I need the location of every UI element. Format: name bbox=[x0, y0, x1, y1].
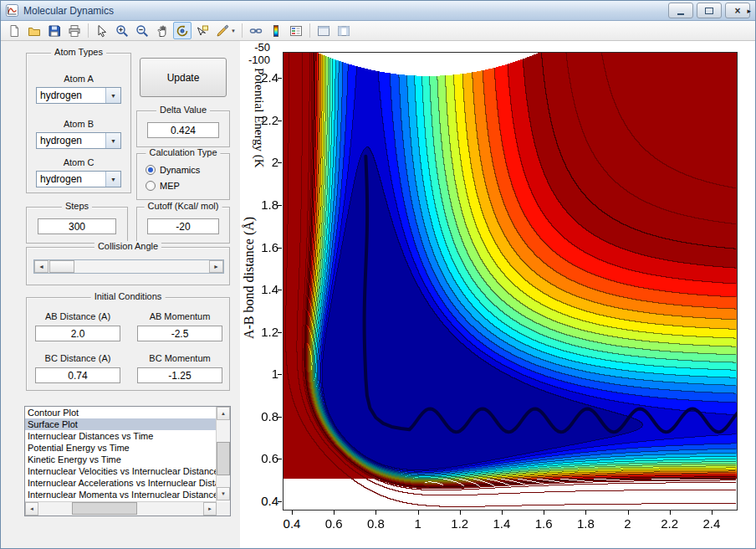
window-title: Molecular Dynamics bbox=[23, 5, 114, 17]
y-tick-mark bbox=[278, 332, 282, 333]
x-tick-label: 2 bbox=[610, 516, 646, 531]
steps-panel-title: Steps bbox=[62, 201, 92, 211]
titlebar[interactable]: Molecular Dynamics × bbox=[1, 1, 755, 21]
y-tick-label: 2.4 bbox=[248, 70, 278, 85]
delta-value-panel: Delta Value bbox=[136, 110, 230, 147]
collision-angle-slider[interactable]: ◄ ► bbox=[33, 259, 224, 274]
atom-c-dropdown[interactable]: hydrogen ▼ bbox=[36, 171, 121, 187]
list-item[interactable]: Internuclear Accelerations vs Internucle… bbox=[25, 477, 216, 489]
chevron-down-icon[interactable]: ▼ bbox=[105, 133, 120, 148]
show-plot-tools-button[interactable] bbox=[335, 22, 353, 39]
link-plots-icon bbox=[249, 24, 263, 38]
open-file-button[interactable] bbox=[25, 22, 43, 39]
y-tick-mark bbox=[278, 162, 282, 163]
maximize-button[interactable] bbox=[697, 3, 722, 18]
brush-icon bbox=[216, 24, 229, 38]
y-tick-mark bbox=[278, 248, 282, 249]
brush-button[interactable] bbox=[213, 22, 232, 39]
atom-b-dropdown[interactable]: hydrogen ▼ bbox=[36, 132, 121, 149]
scroll-up-icon[interactable]: ▲ bbox=[217, 407, 230, 420]
scroll-left-icon[interactable]: ◄ bbox=[25, 502, 38, 516]
list-item[interactable]: Potential Energy vs Time bbox=[25, 442, 216, 454]
z-tick-label: -50 bbox=[228, 41, 270, 54]
list-item[interactable]: Surface Plot bbox=[25, 418, 216, 430]
close-icon: × bbox=[734, 6, 740, 16]
atom-c-label: Atom C bbox=[27, 157, 130, 167]
link-plots-button[interactable] bbox=[247, 22, 265, 39]
cutoff-input[interactable] bbox=[147, 218, 219, 234]
scroll-down-icon[interactable]: ▼ bbox=[217, 487, 230, 500]
bc-distance-input[interactable] bbox=[35, 367, 120, 383]
x-tick-label: 1.2 bbox=[442, 516, 478, 531]
y-tick-label: 1.6 bbox=[248, 240, 278, 254]
radio-dynamics[interactable] bbox=[146, 165, 156, 175]
pan-button[interactable] bbox=[153, 22, 171, 39]
bc-momentum-input[interactable] bbox=[137, 367, 222, 383]
insert-legend-button[interactable] bbox=[287, 22, 305, 39]
hide-plot-tools-button[interactable] bbox=[314, 22, 333, 39]
list-horizontal-scrollbar[interactable]: ◄ ► bbox=[25, 501, 217, 516]
vertical-scroll-track[interactable] bbox=[217, 420, 230, 487]
ab-distance-input[interactable] bbox=[35, 326, 120, 341]
y-tick-label: 1 bbox=[248, 367, 278, 381]
list-vertical-scrollbar[interactable]: ▲ ▼ bbox=[216, 407, 230, 501]
x-tick-mark bbox=[334, 511, 335, 515]
edit-plot-button[interactable] bbox=[93, 22, 111, 39]
slider-left-arrow-icon[interactable]: ◄ bbox=[34, 260, 49, 273]
ab-momentum-input[interactable] bbox=[137, 326, 222, 341]
update-button[interactable]: Update bbox=[140, 58, 227, 97]
hide-plot-tools-icon bbox=[317, 24, 330, 38]
list-item[interactable]: Contour Plot bbox=[25, 407, 216, 418]
list-item[interactable]: Internuclear Velocities vs Internuclear … bbox=[25, 465, 216, 477]
atom-types-panel: Atom Types Atom A hydrogen ▼ Atom B hydr… bbox=[26, 53, 131, 193]
vertical-scroll-thumb[interactable] bbox=[217, 442, 230, 475]
save-figure-button[interactable] bbox=[45, 22, 64, 39]
slider-thumb[interactable] bbox=[49, 260, 74, 273]
minimize-button[interactable] bbox=[668, 3, 693, 18]
y-tick-mark bbox=[278, 121, 282, 121]
print-figure-button[interactable] bbox=[65, 22, 84, 39]
y-tick-label: 0.4 bbox=[248, 494, 278, 508]
y-tick-label: 1.2 bbox=[248, 325, 278, 339]
atom-a-dropdown[interactable]: hydrogen ▼ bbox=[36, 87, 121, 104]
x-tick-mark bbox=[544, 511, 544, 515]
chevron-down-icon[interactable]: ▼ bbox=[105, 172, 120, 187]
calculation-type-panel-title: Calculation Type bbox=[146, 147, 220, 157]
x-tick-label: 1.4 bbox=[483, 516, 520, 531]
data-cursor-button[interactable] bbox=[193, 22, 212, 39]
list-item[interactable]: Internuclear Momenta vs Internuclear Dis… bbox=[25, 489, 216, 500]
window-controls: × bbox=[668, 3, 750, 18]
horizontal-scroll-track[interactable] bbox=[38, 502, 203, 515]
initial-conditions-panel: Initial Conditions AB Distance (A) AB Mo… bbox=[26, 297, 230, 391]
pes-contour-canvas[interactable] bbox=[284, 53, 737, 510]
toolbar-overflow-icon[interactable]: ▸ bbox=[747, 7, 751, 15]
list-item[interactable]: Kinetic Energy vs Time bbox=[25, 454, 216, 465]
y-tick-label: 1.8 bbox=[248, 198, 278, 212]
slider-right-arrow-icon[interactable]: ► bbox=[209, 260, 223, 273]
bc-momentum-label: BC Momentum bbox=[129, 353, 231, 363]
x-tick-label: 0.4 bbox=[273, 516, 310, 531]
delta-value-input[interactable] bbox=[147, 122, 219, 138]
chevron-down-icon[interactable]: ▼ bbox=[105, 88, 120, 103]
zoom-in-button[interactable] bbox=[113, 22, 131, 39]
toolbar-separator bbox=[242, 23, 243, 38]
slider-track[interactable] bbox=[49, 260, 209, 273]
insert-legend-icon bbox=[289, 24, 303, 38]
horizontal-scroll-thumb[interactable] bbox=[72, 502, 137, 515]
list-item[interactable]: Internuclear Distances vs Time bbox=[25, 430, 216, 442]
x-tick-mark bbox=[375, 511, 376, 515]
y-tick-mark bbox=[278, 374, 282, 375]
steps-input[interactable] bbox=[38, 218, 116, 234]
scroll-right-icon[interactable]: ► bbox=[203, 502, 217, 516]
new-figure-button[interactable] bbox=[5, 22, 23, 39]
radio-mep[interactable] bbox=[146, 181, 156, 191]
insert-colorbar-button[interactable] bbox=[267, 22, 285, 39]
atom-a-label: Atom A bbox=[27, 74, 130, 84]
zoom-out-button[interactable] bbox=[133, 22, 151, 39]
show-plot-tools-icon bbox=[337, 24, 350, 38]
y-tick-label: 0.6 bbox=[248, 451, 278, 465]
y-tick-mark bbox=[278, 205, 282, 206]
brush-dropdown-arrow-icon[interactable]: ▼ bbox=[231, 28, 238, 33]
rotate-3d-button[interactable] bbox=[173, 22, 192, 39]
app-window: Molecular Dynamics × ▼ ▸ Atom Types Atom… bbox=[0, 0, 756, 549]
